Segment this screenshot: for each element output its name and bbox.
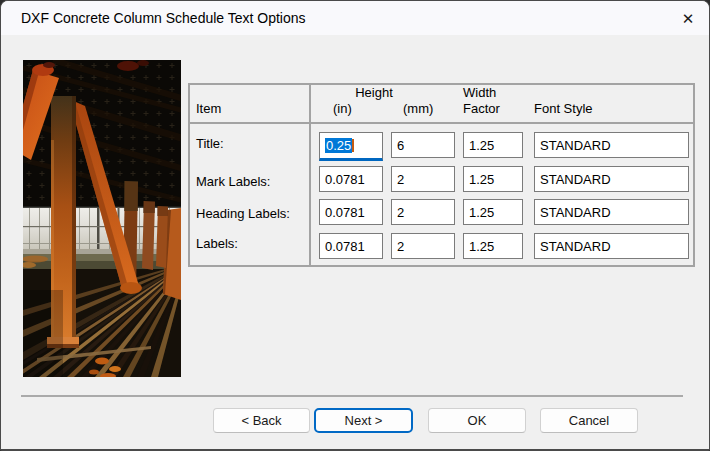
row-label-labels: Labels: bbox=[196, 236, 238, 252]
header-item: Item bbox=[196, 101, 221, 117]
labels-height-mm-input[interactable] bbox=[391, 233, 455, 259]
header-width-factor-line2: Factor bbox=[463, 101, 500, 117]
mark-height-in-input[interactable] bbox=[319, 166, 383, 192]
header-width-factor-line1: Width bbox=[463, 85, 496, 101]
mark-height-mm-input[interactable] bbox=[391, 166, 455, 192]
title-bar: DXF Concrete Column Schedule Text Option… bbox=[1, 1, 709, 35]
next-button[interactable]: Next > bbox=[314, 408, 413, 433]
title-height-in-input[interactable]: 0.25 bbox=[319, 132, 383, 161]
labels-width-factor-input[interactable] bbox=[463, 233, 523, 259]
heading-width-factor-input[interactable] bbox=[463, 199, 523, 225]
close-button[interactable]: ✕ bbox=[673, 8, 703, 30]
dialog-title: DXF Concrete Column Schedule Text Option… bbox=[21, 1, 306, 35]
row-label-title: Title: bbox=[196, 136, 224, 152]
back-button[interactable]: < Back bbox=[213, 408, 310, 433]
labels-height-in-input[interactable] bbox=[319, 233, 383, 259]
labels-font-style-input[interactable] bbox=[534, 233, 689, 259]
heading-height-mm-input[interactable] bbox=[391, 199, 455, 225]
mark-font-style-input[interactable] bbox=[534, 166, 689, 192]
mark-width-factor-input[interactable] bbox=[463, 166, 523, 192]
preview-image bbox=[23, 60, 181, 377]
close-icon: ✕ bbox=[682, 10, 695, 28]
heading-font-style-input[interactable] bbox=[534, 199, 689, 225]
button-separator bbox=[21, 395, 683, 397]
header-divider bbox=[190, 122, 693, 124]
header-height: Height bbox=[355, 85, 393, 101]
row-label-mark-labels: Mark Labels: bbox=[196, 174, 270, 190]
dialog-window: DXF Concrete Column Schedule Text Option… bbox=[0, 0, 710, 451]
selected-text: 0.25 bbox=[325, 138, 352, 153]
title-height-mm-input[interactable] bbox=[391, 132, 455, 158]
title-font-style-input[interactable] bbox=[534, 132, 689, 158]
ok-button[interactable]: OK bbox=[428, 408, 526, 433]
heading-height-in-input[interactable] bbox=[319, 199, 383, 225]
title-width-factor-input[interactable] bbox=[463, 132, 523, 158]
column-photo-illustration bbox=[23, 60, 181, 377]
cancel-button[interactable]: Cancel bbox=[540, 408, 638, 433]
row-label-heading-labels: Heading Labels: bbox=[196, 206, 290, 222]
header-font-style: Font Style bbox=[534, 101, 593, 117]
text-caret bbox=[352, 139, 354, 152]
column-divider bbox=[309, 85, 311, 265]
header-height-in: (in) bbox=[333, 101, 352, 117]
header-height-mm: (mm) bbox=[403, 101, 433, 117]
